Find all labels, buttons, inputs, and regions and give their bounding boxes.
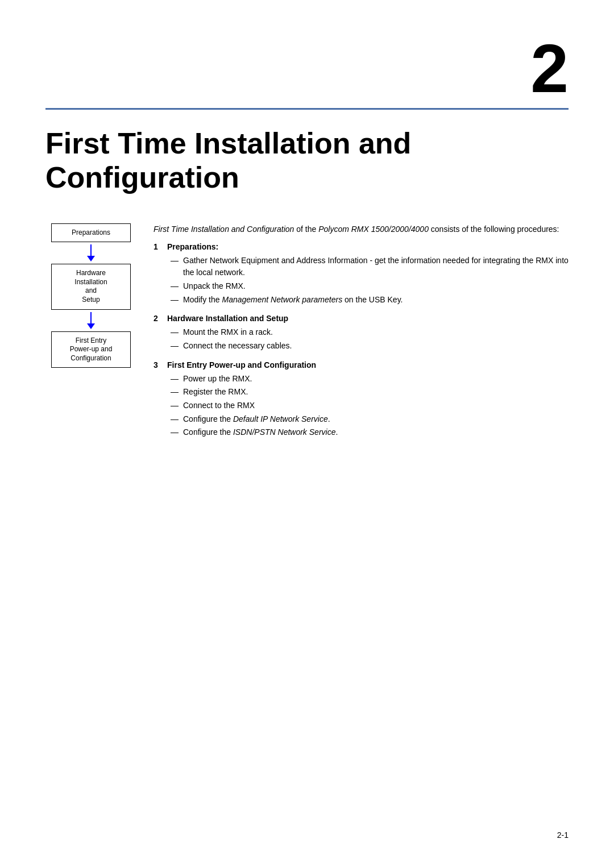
list-item: Power up the RMX.	[171, 373, 569, 385]
page-container: 2 First Time Installation and Configurat…	[0, 0, 614, 868]
flow-arrow-1	[87, 244, 95, 261]
list-item: Configure the ISDN/PSTN Network Service.	[171, 426, 569, 439]
flow-arrow-2	[87, 312, 95, 329]
intro-product-name: Polycom RMX 1500/2000/4000	[318, 225, 429, 234]
list-item: Mount the RMX in a rack.	[171, 326, 569, 339]
section-3-num: 3	[154, 360, 167, 369]
intro-italic-title: First Time Installation and Configuratio…	[154, 225, 294, 234]
flowchart-box-preparations: Preparations	[51, 223, 131, 243]
section-1-bullets: Gather Network Equipment and Address Inf…	[171, 255, 569, 306]
list-item: Connect the necessary cables.	[171, 340, 569, 352]
section-hardware: 2 Hardware Installation and Setup Mount …	[154, 314, 569, 352]
section-3-header: 3 First Entry Power-up and Configuration	[154, 360, 569, 369]
italic-text: ISDN/PSTN Network Service	[233, 427, 335, 437]
chapter-number: 2	[45, 34, 569, 102]
section-preparations: 1 Preparations: Gather Network Equipment…	[154, 242, 569, 306]
italic-text: Management Network parameters	[222, 295, 342, 304]
section-2-title: Hardware Installation and Setup	[167, 314, 288, 323]
flowchart: Preparations Hardware Installation and S…	[45, 223, 136, 368]
content-area: Preparations Hardware Installation and S…	[45, 223, 569, 447]
list-item: Gather Network Equipment and Address Inf…	[171, 255, 569, 279]
section-3-title: First Entry Power-up and Configuration	[167, 360, 316, 369]
section-1-header: 1 Preparations:	[154, 242, 569, 251]
flowchart-box-hardware: Hardware Installation and Setup	[51, 264, 131, 309]
list-item: Unpack the RMX.	[171, 280, 569, 293]
arrow-head-2	[87, 323, 95, 329]
list-item: Register the RMX.	[171, 386, 569, 398]
list-item: Connect to the RMX	[171, 400, 569, 412]
section-1-title: Preparations:	[167, 242, 218, 251]
section-firstentry: 3 First Entry Power-up and Configuration…	[154, 360, 569, 439]
page-number: 2-1	[557, 830, 569, 840]
arrow-line-1	[90, 244, 92, 256]
section-3-bullets: Power up the RMX. Register the RMX. Conn…	[171, 373, 569, 439]
section-1-num: 1	[154, 242, 167, 251]
main-content: First Time Installation and Configuratio…	[154, 223, 569, 447]
section-2-header: 2 Hardware Installation and Setup	[154, 314, 569, 323]
italic-text: Default IP Network Service	[233, 414, 328, 423]
list-item: Configure the Default IP Network Service…	[171, 413, 569, 426]
flowchart-box-firstentry: First Entry Power-up and Configuration	[51, 331, 131, 368]
intro-paragraph: First Time Installation and Configuratio…	[154, 223, 569, 235]
arrow-head-1	[87, 256, 95, 261]
section-2-num: 2	[154, 314, 167, 323]
list-item: Modify the Management Network parameters…	[171, 294, 569, 306]
section-2-bullets: Mount the RMX in a rack. Connect the nec…	[171, 326, 569, 352]
arrow-line-2	[90, 312, 92, 323]
chapter-title: First Time Installation and Configuratio…	[45, 127, 569, 195]
blue-divider	[45, 108, 569, 110]
